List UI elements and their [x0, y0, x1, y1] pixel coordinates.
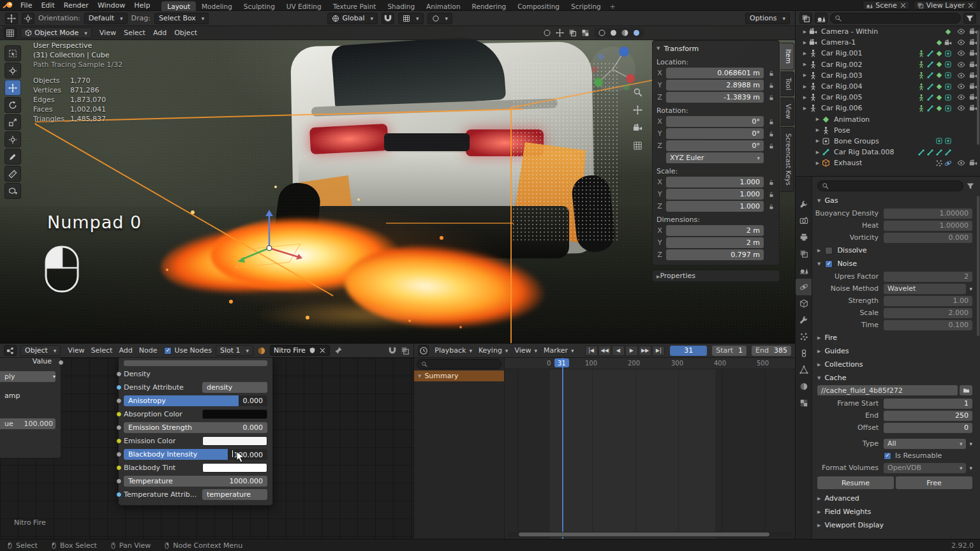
- data-icon[interactable]: [935, 137, 943, 145]
- property-field[interactable]: 2.000: [884, 308, 972, 318]
- shader-type-dropdown[interactable]: Object: [20, 345, 61, 356]
- property-field[interactable]: 0.100: [884, 320, 972, 330]
- property-row[interactable]: Buoyancy Density 1.00000: [812, 207, 980, 219]
- node-input-row[interactable]: Emission Color Emission Color Emission C…: [124, 436, 267, 446]
- lock-icon[interactable]: [767, 94, 775, 101]
- data-icon[interactable]: [926, 83, 934, 91]
- node-input-row[interactable]: Density Density Density Density: [124, 369, 267, 379]
- lock-icon[interactable]: [767, 131, 775, 137]
- expand-arrow-icon[interactable]: [801, 62, 809, 67]
- topbar-menu[interactable]: Window: [93, 1, 130, 10]
- outliner-row[interactable]: Camera - Within: [796, 26, 980, 37]
- viewport-menu[interactable]: Add: [149, 28, 170, 38]
- tab-texture[interactable]: [796, 395, 812, 411]
- noise-checkbox[interactable]: [825, 260, 833, 268]
- move-tool[interactable]: [4, 80, 21, 96]
- noise-panel-header[interactable]: Noise: [812, 257, 980, 270]
- select-box-tool[interactable]: [4, 45, 21, 61]
- viewport-menu[interactable]: Select: [120, 28, 149, 38]
- prev-keyframe-button[interactable]: ◀◀: [598, 346, 611, 356]
- expand-arrow-icon[interactable]: [801, 84, 809, 89]
- scale-field-row[interactable]: Z 1.000: [657, 200, 775, 212]
- timeline-editor[interactable]: PlaybackKeyingViewMarker |◀◀◀◀▶▶▶▶| 31 S…: [413, 343, 795, 539]
- hide-viewport-eye-icon[interactable]: [957, 27, 965, 36]
- number-field[interactable]: 0°: [666, 128, 764, 139]
- number-field[interactable]: 1.000: [666, 189, 764, 200]
- pan-hand-icon[interactable]: [633, 105, 642, 115]
- use-nodes-toggle[interactable]: Use Nodes: [164, 346, 212, 355]
- frame-ruler[interactable]: 0100200300400500: [505, 358, 795, 369]
- expand-arrow-icon[interactable]: [801, 95, 809, 100]
- node-input-socket[interactable]: [116, 425, 122, 430]
- editor-type-icon[interactable]: [4, 345, 17, 356]
- next-keyframe-button[interactable]: ▶▶: [639, 346, 651, 356]
- material-name-field[interactable]: Nitro Fire: [270, 345, 330, 356]
- lock-icon[interactable]: [767, 82, 775, 89]
- property-field[interactable]: 0: [884, 423, 972, 433]
- frame-start-field[interactable]: Start1: [712, 346, 746, 356]
- property-row[interactable]: Time 0.100: [812, 319, 980, 331]
- properties-search-input[interactable]: [817, 180, 963, 191]
- hide-viewport-eye-icon[interactable]: [957, 61, 965, 69]
- rotation-field-row[interactable]: Z 0°: [657, 140, 775, 152]
- scale-tool[interactable]: [4, 114, 21, 130]
- fake-user-shield-icon[interactable]: [309, 347, 316, 354]
- data-icon[interactable]: [935, 149, 943, 156]
- rotate-tool[interactable]: [4, 97, 21, 113]
- number-field[interactable]: 0.797 m: [666, 249, 764, 260]
- fire-panel-header[interactable]: Fire: [812, 331, 980, 344]
- expand-arrow-icon[interactable]: [813, 161, 822, 166]
- tab-constraints[interactable]: [796, 345, 812, 362]
- outliner-row[interactable]: Car Rig.004: [796, 81, 980, 92]
- outliner-row[interactable]: Animation: [796, 114, 980, 125]
- data-icon[interactable]: [944, 39, 952, 47]
- property-field[interactable]: 1: [884, 399, 972, 409]
- summary-channel[interactable]: Summary: [414, 371, 504, 381]
- node-slider-field[interactable]: Blackbody Intensity 100.000: [124, 449, 267, 460]
- color-swatch[interactable]: [202, 409, 267, 419]
- lock-icon[interactable]: [767, 179, 775, 186]
- editor-type-icon[interactable]: [418, 345, 429, 356]
- hide-viewport-eye-icon[interactable]: [957, 93, 965, 101]
- data-icon[interactable]: [926, 50, 934, 57]
- node-output-socket[interactable]: [58, 360, 64, 365]
- property-field[interactable]: 250: [884, 411, 972, 421]
- lock-icon[interactable]: [767, 143, 775, 149]
- play-reverse-button[interactable]: ◀: [612, 346, 625, 356]
- channel-search-input[interactable]: [417, 359, 501, 369]
- blender-logo[interactable]: [3, 1, 14, 10]
- data-icon[interactable]: [917, 105, 925, 112]
- n-panel-tab[interactable]: Item: [780, 43, 794, 70]
- tool-options-icon[interactable]: [22, 13, 34, 24]
- annotate-tool[interactable]: [4, 149, 21, 165]
- node-input-row[interactable]: Anisotropy Anisotropy 0.000 Anisotropy 0…: [124, 395, 267, 406]
- number-field[interactable]: 2.8988 m: [666, 80, 764, 91]
- scene-selector[interactable]: Scene: [863, 1, 910, 10]
- jump-to-end-button[interactable]: ▶|: [652, 346, 665, 356]
- outliner-scrollbar[interactable]: [977, 30, 979, 145]
- number-field[interactable]: 1.000: [666, 177, 764, 187]
- shader-menu[interactable]: Select: [87, 346, 115, 355]
- shader-editor[interactable]: Object ViewSelectAddNode Use Nodes Slot …: [0, 343, 413, 539]
- xray-toggle-icon[interactable]: [581, 29, 590, 37]
- shading-wireframe-icon[interactable]: [598, 29, 606, 37]
- snap-magnet-icon[interactable]: [382, 13, 394, 24]
- value-node[interactable]: Value ply ▾ amp ue 100.000: [0, 351, 61, 459]
- display-mode-icon[interactable]: [815, 13, 828, 24]
- overlays-toggle-icon[interactable]: [568, 29, 577, 37]
- data-icon[interactable]: [944, 83, 952, 91]
- data-icon[interactable]: [917, 94, 925, 101]
- node-input-row[interactable]: Blackbody Intensity Blackbody Intensity …: [124, 449, 267, 460]
- expand-arrow-icon[interactable]: [813, 150, 822, 155]
- zoom-icon[interactable]: [633, 87, 642, 97]
- n-panel-tab[interactable]: Tool: [780, 71, 794, 96]
- workspace-tab[interactable]: Modeling: [196, 1, 238, 11]
- property-row[interactable]: Heat 1.00000: [812, 219, 980, 231]
- tab-object[interactable]: [796, 295, 812, 312]
- editor-type-icon[interactable]: [5, 13, 18, 24]
- options-dropdown[interactable]: Options: [745, 13, 790, 24]
- property-row[interactable]: Noise Method Wavelet: [812, 283, 980, 295]
- measure-tool[interactable]: [4, 166, 21, 182]
- outliner-row[interactable]: Car Rig Data.008: [796, 147, 980, 158]
- data-icon[interactable]: [935, 94, 943, 101]
